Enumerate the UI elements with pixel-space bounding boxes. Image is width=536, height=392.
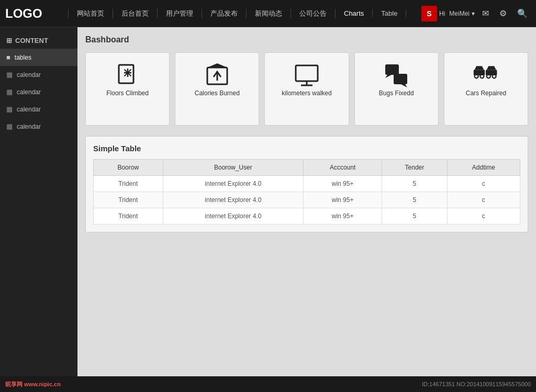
- nav-link-后台首页[interactable]: 后台首页: [113, 9, 158, 18]
- table-body: Tridentinternet Explorer 4.0win 95+5cTri…: [94, 176, 520, 225]
- user-name: MeiMei: [449, 10, 470, 17]
- sidebar-item-label: tables: [15, 54, 31, 61]
- sidebar: ⊞ CONTENT ■tables▦calendar▦calendar▦cale…: [0, 27, 77, 376]
- svg-point-21: [493, 74, 496, 78]
- svg-marker-13: [401, 84, 407, 87]
- search-icon[interactable]: 🔍: [514, 6, 531, 20]
- table-col-header: Addtime: [447, 160, 520, 176]
- svg-rect-12: [394, 74, 407, 84]
- svg-point-16: [475, 74, 478, 78]
- card-label-2: kilometers walked: [282, 89, 331, 97]
- sidebar-icon: ▦: [6, 105, 13, 113]
- table-header: BoorowBoorow_UserAcccountTenderAddtime: [94, 160, 520, 176]
- dashboard-card-2: kilometers walked: [264, 52, 349, 126]
- table-cell: c: [447, 192, 520, 208]
- svg-point-17: [481, 74, 484, 78]
- nav-link-charts[interactable]: Charts: [336, 9, 373, 17]
- sidebar-item-tables-0[interactable]: ■tables: [0, 49, 77, 66]
- card-label-1: Calories Burned: [195, 89, 240, 97]
- main-content: Bashboard Floors Climbed Calories Burned…: [77, 27, 536, 376]
- nav-link-公司公告[interactable]: 公司公告: [291, 9, 336, 18]
- sidebar-item-calendar-1[interactable]: ▦calendar: [0, 66, 77, 83]
- table-col-header: Boorow_User: [163, 160, 304, 176]
- sidebar-icon: ▦: [6, 122, 13, 130]
- table-cell: c: [447, 176, 520, 192]
- nav-links: 网站首页后台首页用户管理产品发布新闻动态公司公告ChartsTable: [68, 9, 421, 18]
- card-label-4: Cars Repaired: [466, 89, 506, 97]
- table-col-header: Acccount: [304, 160, 382, 176]
- avatar: S: [421, 6, 437, 21]
- sidebar-item-label: calendar: [17, 71, 41, 79]
- svg-marker-19: [487, 66, 496, 70]
- svg-point-20: [487, 74, 490, 78]
- card-icon-2: [294, 62, 320, 85]
- table-cell: Trident: [94, 208, 163, 225]
- dashboard-card-0: Floors Climbed: [85, 52, 170, 126]
- card-icon-4: [473, 62, 499, 85]
- footer-logo: 昵享网 www.nipic.cn: [5, 380, 61, 388]
- sidebar-item-calendar-3[interactable]: ▦calendar: [0, 100, 77, 118]
- sidebar-icon: ▦: [6, 71, 13, 79]
- table-col-header: Boorow: [94, 160, 163, 176]
- sidebar-item-calendar-4[interactable]: ▦calendar: [0, 118, 77, 135]
- dashboard-cards: Floors Climbed Calories Burned kilometer…: [85, 52, 528, 126]
- sidebar-icon: ▦: [6, 88, 13, 96]
- table-col-header: Tender: [382, 160, 448, 176]
- simple-table: BoorowBoorow_UserAcccountTenderAddtime T…: [93, 159, 520, 225]
- sidebar-item-label: calendar: [17, 88, 41, 96]
- dashboard-title: Bashboard: [85, 35, 528, 44]
- grid-icon: ⊞: [6, 37, 12, 44]
- card-label-3: Bugs Fixedd: [379, 89, 414, 97]
- footer: 昵享网 www.nipic.cn ID:14671351 NO:20141009…: [0, 376, 536, 392]
- table-cell: 5: [382, 176, 448, 192]
- table-cell: internet Explorer 4.0: [163, 208, 304, 225]
- sidebar-items: ■tables▦calendar▦calendar▦calendar▦calen…: [0, 49, 77, 135]
- card-icon-3: [383, 62, 409, 85]
- user-info: S Hi MeiMei ▾: [421, 6, 475, 21]
- card-icon-0: [115, 62, 141, 85]
- svg-rect-10: [385, 64, 399, 75]
- table-cell: win 95+: [304, 208, 382, 225]
- sidebar-item-label: calendar: [17, 106, 41, 113]
- table-row: Tridentinternet Explorer 4.0win 95+5c: [94, 176, 520, 192]
- nav-link-用户管理[interactable]: 用户管理: [158, 9, 202, 18]
- table-cell: internet Explorer 4.0: [163, 176, 304, 192]
- user-greeting: Hi: [439, 10, 445, 17]
- dropdown-icon[interactable]: ▾: [472, 10, 475, 17]
- dashboard-card-3: Bugs Fixedd: [354, 52, 439, 126]
- table-cell: c: [447, 208, 520, 225]
- dashboard-card-1: Calories Burned: [175, 52, 259, 126]
- top-navigation: LOGO 网站首页后台首页用户管理产品发布新闻动态公司公告ChartsTable…: [0, 0, 536, 27]
- svg-marker-15: [475, 66, 484, 70]
- sidebar-item-label: calendar: [17, 123, 41, 130]
- sidebar-section-title: ⊞ CONTENT: [0, 32, 77, 49]
- nav-right: S Hi MeiMei ▾ ✉ ⚙ 🔍: [421, 6, 531, 21]
- dashboard-card-4: Cars Repaired: [444, 52, 528, 126]
- nav-link-新闻动态[interactable]: 新闻动态: [247, 9, 291, 18]
- logo: LOGO: [5, 6, 58, 21]
- nav-link-产品发布[interactable]: 产品发布: [202, 9, 247, 18]
- table-cell: 5: [382, 208, 448, 225]
- svg-rect-7: [296, 65, 318, 81]
- layout: ⊞ CONTENT ■tables▦calendar▦calendar▦cale…: [0, 27, 536, 376]
- table-cell: Trident: [94, 176, 163, 192]
- card-label-0: Floors Climbed: [106, 89, 149, 97]
- table-cell: internet Explorer 4.0: [163, 192, 304, 208]
- table-cell: win 95+: [304, 192, 382, 208]
- table-cell: Trident: [94, 192, 163, 208]
- table-row: Tridentinternet Explorer 4.0win 95+5c: [94, 208, 520, 225]
- gear-icon[interactable]: ⚙: [496, 6, 510, 20]
- table-cell: win 95+: [304, 176, 382, 192]
- table-section-title: Simple Table: [93, 144, 520, 153]
- footer-id: ID:14671351 NO:20141009115945575000: [422, 381, 531, 387]
- table-row: Tridentinternet Explorer 4.0win 95+5c: [94, 192, 520, 208]
- sidebar-icon: ■: [6, 53, 10, 61]
- nav-link-table[interactable]: Table: [373, 9, 406, 17]
- svg-marker-11: [385, 75, 392, 78]
- sidebar-item-calendar-2[interactable]: ▦calendar: [0, 83, 77, 100]
- mail-icon[interactable]: ✉: [479, 6, 492, 20]
- nav-link-网站首页[interactable]: 网站首页: [68, 9, 113, 18]
- card-icon-1: [204, 62, 230, 85]
- table-cell: 5: [382, 192, 448, 208]
